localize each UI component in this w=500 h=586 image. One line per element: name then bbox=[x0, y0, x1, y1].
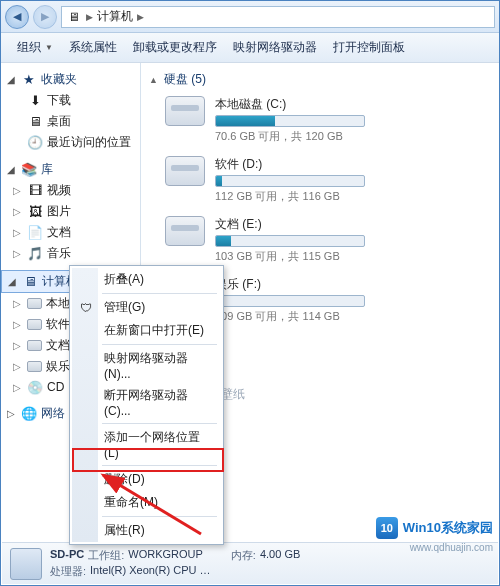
drive-name: 娱乐 (F:) bbox=[215, 276, 471, 293]
drive-icon bbox=[27, 361, 42, 372]
ctx-item-label: 管理(G) bbox=[104, 300, 145, 314]
drive-item[interactable]: 软件 (D:)112 GB 可用，共 116 GB bbox=[149, 152, 491, 212]
breadcrumb-label: 计算机 bbox=[97, 8, 133, 25]
sidebar-item-label: 视频 bbox=[47, 182, 71, 199]
sidebar-item-label: 软件 bbox=[46, 316, 70, 333]
ctx-delete[interactable]: 删除(D) bbox=[72, 468, 221, 491]
desktop-icon: 🖥 bbox=[27, 114, 43, 130]
libraries-group: ◢ 📚 库 ▷ 🎞 视频 ▷ 🖼 图片 ▷ 📄 文档 bbox=[1, 159, 140, 264]
ctx-properties[interactable]: 属性(R) bbox=[72, 519, 221, 542]
sidebar-item-desktop[interactable]: 🖥 桌面 bbox=[1, 111, 140, 132]
drive-stat: 70.6 GB 可用，共 120 GB bbox=[215, 129, 471, 144]
video-icon: 🎞 bbox=[27, 183, 43, 199]
memory-label: 内存: bbox=[231, 548, 256, 563]
drive-info: 软件 (D:)112 GB 可用，共 116 GB bbox=[215, 156, 491, 204]
sidebar-item-recent[interactable]: 🕘 最近访问的位置 bbox=[1, 132, 140, 153]
expand-icon: ▷ bbox=[13, 340, 23, 351]
libraries-heading[interactable]: ◢ 📚 库 bbox=[1, 159, 140, 180]
drive-icon bbox=[165, 96, 205, 126]
command-bar: 组织 ▼ 系统属性 卸载或更改程序 映射网络驱动器 打开控制面板 bbox=[1, 33, 499, 63]
separator bbox=[102, 344, 217, 345]
chevron-right-icon: ▶ bbox=[137, 12, 144, 22]
context-menu: 折叠(A) 🛡 管理(G) 在新窗口中打开(E) 映射网络驱动器(N)... 断… bbox=[69, 265, 224, 545]
organize-menu[interactable]: 组织 ▼ bbox=[9, 37, 61, 58]
workgroup-value: WORKGROUP bbox=[128, 548, 203, 563]
drive-name: 软件 (D:) bbox=[215, 156, 471, 173]
map-network-drive-button[interactable]: 映射网络驱动器 bbox=[225, 37, 325, 58]
favorites-label: 收藏夹 bbox=[41, 71, 77, 88]
sidebar-item-music[interactable]: ▷ 🎵 音乐 bbox=[1, 243, 140, 264]
pictures-icon: 🖼 bbox=[27, 204, 43, 220]
usage-bar bbox=[215, 175, 365, 187]
sidebar-item-label: 音乐 bbox=[47, 245, 71, 262]
ctx-add-network-location[interactable]: 添加一个网络位置(L) bbox=[72, 426, 221, 463]
open-control-panel-button[interactable]: 打开控制面板 bbox=[325, 37, 413, 58]
cd-icon: 💿 bbox=[27, 379, 43, 395]
usage-bar bbox=[215, 115, 365, 127]
details-text: SD-PC 工作组: WORKGROUP 内存: 4.00 GB 处理器: In… bbox=[50, 548, 300, 579]
ctx-manage[interactable]: 🛡 管理(G) bbox=[72, 296, 221, 319]
expand-icon: ▷ bbox=[13, 185, 23, 196]
system-properties-button[interactable]: 系统属性 bbox=[61, 37, 125, 58]
chevron-down-icon: ▼ bbox=[45, 43, 53, 52]
drive-info: 娱乐 (F:)109 GB 可用，共 114 GB bbox=[215, 276, 491, 324]
heading-label: 硬盘 (5) bbox=[164, 71, 206, 88]
drive-item[interactable]: 本地磁盘 (C:)70.6 GB 可用，共 120 GB bbox=[149, 92, 491, 152]
expand-icon: ▷ bbox=[13, 248, 23, 259]
libraries-label: 库 bbox=[41, 161, 53, 178]
ctx-rename[interactable]: 重命名(M) bbox=[72, 491, 221, 514]
separator bbox=[102, 516, 217, 517]
drive-stat: 103 GB 可用，共 115 GB bbox=[215, 249, 471, 264]
drive-info: 文档 (E:)103 GB 可用，共 115 GB bbox=[215, 216, 491, 264]
ctx-collapse[interactable]: 折叠(A) bbox=[72, 268, 221, 291]
computer-name: SD-PC bbox=[50, 548, 84, 563]
expand-icon: ▷ bbox=[13, 206, 23, 217]
memory-value: 4.00 GB bbox=[260, 548, 300, 563]
sidebar-item-label: 本地 bbox=[46, 295, 70, 312]
drive-info: 本地磁盘 (C:)70.6 GB 可用，共 120 GB bbox=[215, 96, 491, 144]
expand-icon: ▷ bbox=[13, 361, 23, 372]
ctx-map-network-drive[interactable]: 映射网络驱动器(N)... bbox=[72, 347, 221, 384]
expand-icon: ▷ bbox=[13, 382, 23, 393]
music-icon: 🎵 bbox=[27, 246, 43, 262]
sidebar-item-documents[interactable]: ▷ 📄 文档 bbox=[1, 222, 140, 243]
back-button[interactable]: ◀ bbox=[5, 5, 29, 29]
sidebar-item-videos[interactable]: ▷ 🎞 视频 bbox=[1, 180, 140, 201]
shield-icon: 🛡 bbox=[78, 300, 94, 316]
computer-icon: 🖥 bbox=[66, 9, 82, 25]
library-icon: 📚 bbox=[21, 162, 37, 178]
sidebar-item-label: 文档 bbox=[46, 337, 70, 354]
forward-button[interactable]: ▶ bbox=[33, 5, 57, 29]
drive-name: 本地磁盘 (C:) bbox=[215, 96, 471, 113]
cpu-value: Intel(R) Xeon(R) CPU … bbox=[90, 564, 210, 579]
sidebar-item-label: 娱乐 bbox=[46, 358, 70, 375]
sidebar-item-label: 最近访问的位置 bbox=[47, 134, 131, 151]
breadcrumb[interactable]: 🖥 ▶ 计算机 ▶ bbox=[61, 6, 495, 28]
collapse-icon: ◢ bbox=[7, 164, 17, 175]
usage-bar bbox=[215, 235, 365, 247]
drive-icon bbox=[165, 156, 205, 186]
drive-stat: 112 GB 可用，共 116 GB bbox=[215, 189, 471, 204]
download-icon: ⬇ bbox=[27, 93, 43, 109]
drive-icon bbox=[27, 340, 42, 351]
expand-icon: ▷ bbox=[13, 319, 23, 330]
favorites-group: ◢ ★ 收藏夹 ⬇ 下载 🖥 桌面 🕘 最近访问的位置 bbox=[1, 69, 140, 153]
documents-icon: 📄 bbox=[27, 225, 43, 241]
computer-icon: 🖥 bbox=[22, 274, 38, 290]
drive-item[interactable]: 文档 (E:)103 GB 可用，共 115 GB bbox=[149, 212, 491, 272]
drive-name: 文档 (E:) bbox=[215, 216, 471, 233]
workgroup-label: 工作组: bbox=[88, 548, 124, 563]
ctx-open-new-window[interactable]: 在新窗口中打开(E) bbox=[72, 319, 221, 342]
chevron-right-icon: ▶ bbox=[86, 12, 93, 22]
sidebar-item-pictures[interactable]: ▷ 🖼 图片 bbox=[1, 201, 140, 222]
sidebar-item-downloads[interactable]: ⬇ 下载 bbox=[1, 90, 140, 111]
expand-icon: ▷ bbox=[13, 227, 23, 238]
uninstall-programs-button[interactable]: 卸载或更改程序 bbox=[125, 37, 225, 58]
drive-stat: 109 GB 可用，共 114 GB bbox=[215, 309, 471, 324]
hard-drives-heading[interactable]: ▲ 硬盘 (5) bbox=[149, 69, 491, 92]
favorites-heading[interactable]: ◢ ★ 收藏夹 bbox=[1, 69, 140, 90]
ctx-disconnect-network-drive[interactable]: 断开网络驱动器(C)... bbox=[72, 384, 221, 421]
sidebar-item-label: 文档 bbox=[47, 224, 71, 241]
details-pane: SD-PC 工作组: WORKGROUP 内存: 4.00 GB 处理器: In… bbox=[2, 542, 498, 584]
network-icon: 🌐 bbox=[21, 406, 37, 422]
